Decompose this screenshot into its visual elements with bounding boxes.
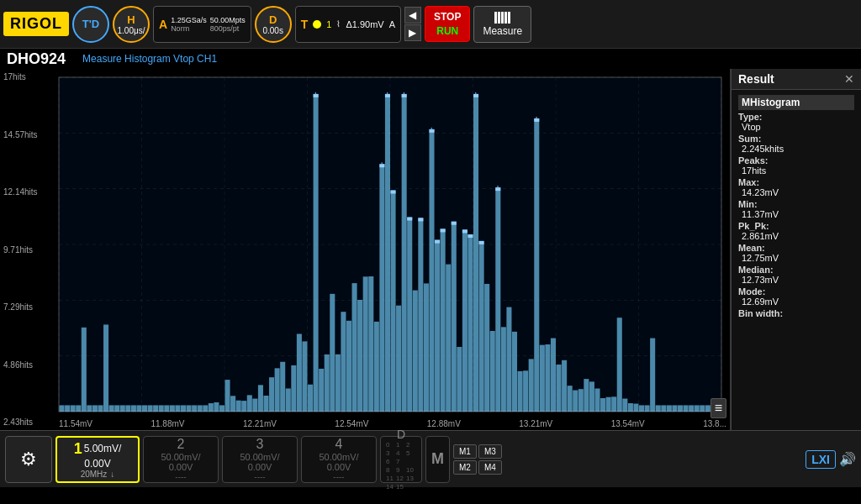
x-label-0: 11.54mV <box>59 419 92 428</box>
peaks-key: Peaks: <box>738 155 854 165</box>
y-label-5: 4.86hits <box>3 360 38 370</box>
result-mean-row: Mean: 12.75mV <box>738 243 854 263</box>
a-section[interactable]: A 1.25GSa/s Norm 50.00Mpts 800ps/pt <box>153 6 251 43</box>
result-binwidth-row: Bin width: <box>738 308 854 318</box>
m-label: M <box>431 450 444 468</box>
median-key: Median: <box>738 265 854 275</box>
trigger-dot <box>313 20 321 29</box>
min-val: 11.37mV <box>738 209 854 219</box>
nav-right-arrow[interactable]: ▶ <box>404 24 421 41</box>
rigol-logo: RIGOL <box>3 12 69 36</box>
ch1-freq: 20MHz <box>81 470 108 479</box>
result-peaks-row: Peaks: 17hits <box>738 155 854 176</box>
m-buttons: M1 M3 M2 M4 <box>453 444 502 475</box>
nav-arrows: ◀ ▶ <box>404 7 421 41</box>
x-label-3: 12.54mV <box>335 419 368 428</box>
mean-val: 12.75mV <box>738 253 854 263</box>
result-sum-row: Sum: 2.245khits <box>738 134 854 154</box>
ch2-sub: 0.00V <box>169 462 193 472</box>
pt-value: 800ps/pt <box>210 24 246 33</box>
device-subtitle: Measure Histogram Vtop CH1 <box>82 53 217 65</box>
gear-button[interactable]: ⚙ <box>5 436 52 483</box>
ch3-button[interactable]: 3 50.00mV/ 0.00V ---- <box>222 436 298 483</box>
ch2-number: 2 <box>177 437 185 452</box>
bottom-bar: ⚙ 1 5.00mV/ 0.00V 20MHz ↓ 2 50.00mV/ 0.0… <box>0 430 861 487</box>
binwidth-key: Bin width: <box>738 308 854 318</box>
result-min-row: Min: 11.37mV <box>738 199 854 219</box>
nav-left-arrow[interactable]: ◀ <box>404 7 421 24</box>
result-mode-row: Mode: 12.69mV <box>738 286 854 307</box>
result-median-row: Median: 12.73mV <box>738 265 854 285</box>
m-section[interactable]: M <box>425 436 450 483</box>
type-key: Type: <box>738 112 854 122</box>
max-val: 14.23mV <box>738 187 854 197</box>
ch3-dash: ---- <box>254 472 265 481</box>
d-button[interactable]: D 0.00s <box>255 6 292 43</box>
ch1-mv-value: 5.00mV/ <box>84 443 122 454</box>
ch1-sub: 20MHz ↓ <box>81 470 115 479</box>
trigger-num: 1 <box>326 19 331 29</box>
stop-label: STOP <box>434 10 461 24</box>
ch4-number: 4 <box>335 437 343 452</box>
measure-label: Measure <box>483 25 522 37</box>
m3-button[interactable]: M3 <box>478 444 502 459</box>
ch4-button[interactable]: 4 50.00mV/ 0.00V ---- <box>301 436 377 483</box>
histogram-canvas <box>0 69 730 430</box>
ch1-button[interactable]: 1 5.00mV/ 0.00V 20MHz ↓ <box>55 436 140 483</box>
result-section-title: MHistogram <box>738 95 854 110</box>
result-panel: Result ✕ MHistogram Type: Vtop Sum: 2.24… <box>731 69 861 430</box>
run-label: RUN <box>434 24 461 39</box>
y-label-2: 12.14hits <box>3 187 38 197</box>
result-max-row: Max: 14.23mV <box>738 177 854 197</box>
measure-button[interactable]: Measure <box>473 6 531 43</box>
top-bar: RIGOL T'D H 1.00μs/ A 1.25GSa/s Norm 50.… <box>0 0 861 49</box>
device-title: DHO924 <box>7 50 66 68</box>
y-label-1: 14.57hits <box>3 130 38 139</box>
result-header: Result ✕ <box>732 69 861 90</box>
mpts-value: 50.00Mpts <box>210 16 246 24</box>
t-label: T <box>301 18 309 31</box>
trigger-section[interactable]: T 1 ⌇ Δ1.90mV A <box>295 6 401 43</box>
scroll-indicator[interactable]: ≡ <box>710 398 726 418</box>
peaks-val: 17hits <box>738 165 854 176</box>
x-label-1: 11.88mV <box>151 419 184 428</box>
h-button[interactable]: H 1.00μs/ <box>113 6 150 43</box>
main-content: 17hits 14.57hits 12.14hits 9.71hits 7.29… <box>0 69 861 430</box>
ch1-number: 1 <box>74 440 82 458</box>
m4-button[interactable]: M4 <box>478 460 502 475</box>
stop-run-button[interactable]: STOP RUN <box>425 6 470 43</box>
mode-key: Mode: <box>738 286 854 297</box>
ch2-dash: ---- <box>175 472 186 481</box>
x-label-7: 13.8... <box>703 419 726 428</box>
td-button[interactable]: T'D <box>72 6 109 43</box>
x-label-5: 13.21mV <box>519 419 552 428</box>
ch2-value: 50.00mV/ <box>161 452 200 462</box>
ch4-sub: 0.00V <box>327 462 351 472</box>
device-title-bar: DHO924 Measure Histogram Vtop CH1 <box>0 49 861 69</box>
ch1-v-value: 0.00V <box>84 458 110 470</box>
ch3-value: 50.00mV/ <box>240 452 279 462</box>
lxi-section: LXI 🔊 <box>806 450 856 469</box>
d-channel-button[interactable]: D 012 345 67 8910 111213 1415 <box>380 436 422 483</box>
m2-button[interactable]: M2 <box>453 460 477 475</box>
m1-button[interactable]: M1 <box>453 444 477 459</box>
x-label-4: 12.88mV <box>427 419 461 428</box>
type-val: Vtop <box>738 122 854 132</box>
sum-val: 2.245khits <box>738 144 854 154</box>
chart-area: 17hits 14.57hits 12.14hits 9.71hits 7.29… <box>0 69 731 430</box>
result-close-button[interactable]: ✕ <box>844 72 854 86</box>
y-label-6: 2.43hits <box>3 417 38 427</box>
result-pkpk-row: Pk_Pk: 2.861mV <box>738 221 854 241</box>
sample-rate: 1.25GSa/s <box>171 16 207 24</box>
speaker-icon: 🔊 <box>839 451 856 467</box>
lxi-label: LXI <box>806 450 836 469</box>
max-key: Max: <box>738 177 854 187</box>
d-channel-grid: 012 345 67 8910 111213 1415 <box>386 441 416 491</box>
ch2-button[interactable]: 2 50.00mV/ 0.00V ---- <box>143 436 219 483</box>
mode-val: 12.69mV <box>738 297 854 307</box>
mean-key: Mean: <box>738 243 854 253</box>
ch3-sub: 0.00V <box>248 462 272 472</box>
ch3-number: 3 <box>256 437 264 452</box>
norm-label: Norm <box>171 24 207 33</box>
t-unit: A <box>389 19 395 29</box>
